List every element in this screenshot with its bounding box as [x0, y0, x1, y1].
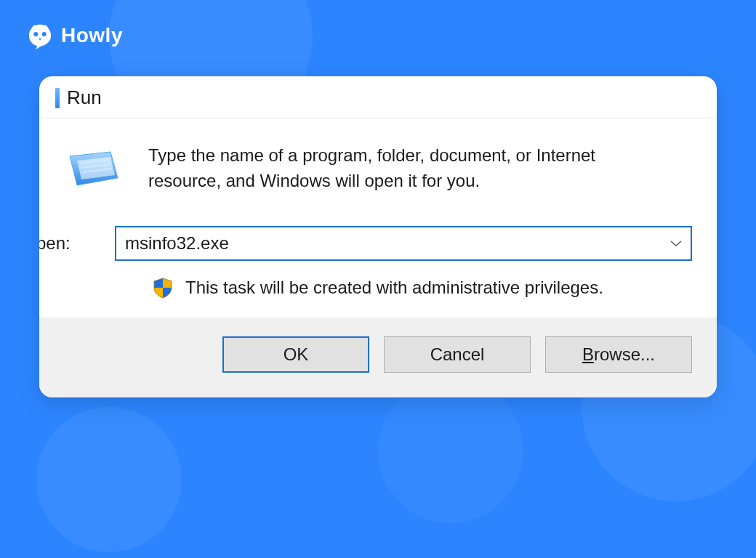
brand-name: Howly: [61, 24, 123, 47]
cancel-button-label: Cancel: [430, 344, 485, 365]
svg-point-0: [33, 32, 38, 36]
open-label: pen:: [39, 233, 115, 254]
cancel-button[interactable]: Cancel: [384, 336, 531, 373]
ok-button[interactable]: OK: [222, 336, 369, 373]
brand-logo: Howly: [26, 22, 123, 49]
window-title: Run: [67, 86, 102, 109]
browse-button-label: Browse...: [582, 344, 655, 365]
owl-icon: [26, 22, 54, 49]
browse-button[interactable]: Browse...: [545, 336, 692, 373]
svg-point-1: [42, 32, 47, 36]
window-icon: [55, 88, 60, 108]
bg-circle: [36, 407, 182, 552]
admin-privileges-text: This task will be created with administr…: [185, 278, 603, 298]
open-input[interactable]: [115, 226, 692, 261]
run-dialog: Run Type the name of a program, folder, …: [39, 76, 717, 397]
titlebar[interactable]: Run: [39, 76, 717, 118]
ok-button-label: OK: [284, 344, 309, 365]
instruction-text: Type the name of a program, folder, docu…: [148, 143, 663, 194]
shield-icon: [152, 277, 174, 299]
open-combo[interactable]: [115, 226, 692, 261]
bg-circle: [378, 378, 523, 523]
run-program-icon: [67, 150, 121, 188]
dialog-footer: OK Cancel Browse...: [39, 318, 717, 397]
